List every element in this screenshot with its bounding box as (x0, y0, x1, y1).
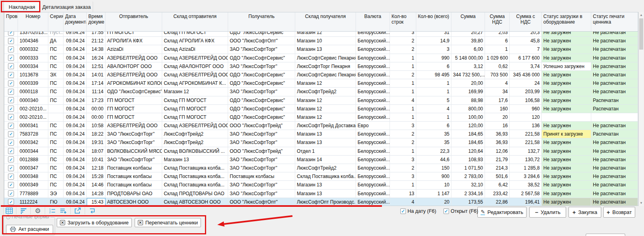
load-to-equipment-button[interactable]: ✕ Загрузить в оборудование (57, 218, 132, 227)
cell-sender[interactable]: ГП МОГОСТ (105, 105, 162, 113)
table-row[interactable]: ✓0000340ПС09.04.2417:23ГП МОГОСТСклад ГП… (4, 96, 638, 105)
settings-icon[interactable]: ⚙ (34, 207, 42, 215)
cell-sender_wh[interactable]: Склад Поставщика колба... (162, 164, 228, 172)
cell-vat[interactable]: 12,06 (485, 147, 510, 156)
cell-load[interactable]: Не загружен (542, 181, 591, 189)
cell-recipient[interactable]: ОДО "ЛюксСофтСервис" (228, 54, 295, 62)
table-row[interactable]: ✓0000333ПС09.04.2416:24АЗЕРБЕЛТРЕЙД ОООС… (4, 54, 638, 62)
cell-recipient_wh[interactable]: Магазин 12 (295, 79, 356, 88)
cell-time[interactable]: 10:58 (87, 122, 105, 130)
cell-sum[interactable]: 2 783,00 (451, 172, 485, 181)
scroll-down-icon[interactable]: ▼ (639, 200, 644, 206)
cell-lines[interactable]: 3 (390, 122, 416, 130)
numbered-list-icon[interactable]: 12 (48, 207, 56, 215)
cell-num[interactable]: 0012888 (18, 156, 48, 164)
cell-print[interactable]: Не распечатан (591, 37, 638, 45)
cell-sender_wh[interactable]: Магазин 12 (162, 88, 228, 96)
cell-sender[interactable]: Поставщик колбасы (105, 172, 162, 181)
cell-check[interactable]: ✓ (4, 88, 18, 96)
cell-date[interactable]: 09.04.24 (64, 198, 87, 206)
cell-total[interactable]: 38,52 (510, 181, 542, 189)
cell-vat[interactable]: 34 (485, 88, 510, 96)
cell-qty[interactable]: 10 (416, 181, 451, 189)
cell-total[interactable]: 3 284,6 (510, 172, 542, 181)
cell-sender[interactable]: АВТОСЕЗОН ООО (105, 198, 162, 206)
row-checkbox[interactable]: ✓ (8, 148, 14, 154)
cell-sum[interactable]: 169,99 (451, 88, 485, 96)
cell-sum[interactable]: 1 071,50 (451, 164, 485, 172)
cell-sender_wh[interactable]: ЛюксСофтТрейд2 (162, 138, 228, 147)
cell-vat[interactable]: 36,93 (485, 138, 510, 147)
cell-sender[interactable]: ЗАО "ЛюксСофтТорг" (105, 130, 162, 138)
cell-vat[interactable]: 501,6 (485, 172, 510, 181)
cell-currency[interactable]: Белорусский... (356, 181, 390, 189)
row-checkbox[interactable]: ✓ (8, 63, 14, 69)
table-row[interactable]: ✓0000348ПС09.04.2415:28Поставщик колбасы… (4, 172, 638, 181)
table-row[interactable]: ✓0000349ПС09.04.2414:46Поставщик колбасы… (4, 181, 638, 189)
cell-recipient_wh[interactable]: ЛюксСофтСервис Пекарня (295, 71, 356, 79)
column-header-load[interactable]: Статус загрузки в оборудование (542, 12, 591, 31)
cell-currency[interactable]: Евро (356, 122, 390, 130)
reprint-labels-button[interactable]: ✕ Перепечатать ценники (135, 218, 201, 227)
cell-time[interactable]: 15:43 (87, 198, 105, 206)
column-header-sender[interactable]: Отправитель (105, 12, 162, 31)
export-icon[interactable] (74, 207, 82, 215)
cell-check[interactable]: ✓ (4, 190, 18, 198)
cell-recipient[interactable]: ЗАО "ЛюксСофтТорг" (228, 181, 295, 189)
cell-sender_wh[interactable]: Склад ПРОДТОВАРЫ ОАО (162, 190, 228, 198)
cell-sender_wh[interactable]: Склад ГП МОГОСТ (162, 113, 228, 122)
cell-currency[interactable]: Белорусский... (356, 79, 390, 88)
cell-lines[interactable]: 1 (390, 105, 416, 113)
cell-series[interactable]: ПС (48, 45, 64, 54)
cell-recipient_wh[interactable]: Магазин 13 (295, 130, 356, 138)
cell-sender[interactable]: АВАЛОНТОРГ ООО (105, 62, 162, 71)
cell-load[interactable]: Принят к загрузке (542, 130, 591, 138)
cell-num[interactable]: 7583728 (18, 130, 48, 138)
partial-button-edge[interactable] (586, 234, 625, 236)
cell-qty[interactable]: 14,9 (416, 37, 451, 45)
cell-recipient[interactable]: ЗАО "ЛюксСофтТорг" (228, 130, 295, 138)
cell-qty[interactable]: 98 495 (416, 71, 451, 79)
cell-total[interactable]: 960 (510, 105, 542, 113)
cell-recipient_wh[interactable]: Склад Поставщика колба... (295, 172, 356, 181)
cell-vat[interactable]: 17,6 (485, 96, 510, 105)
cell-load[interactable]: Не загружен (542, 147, 591, 156)
cell-sender[interactable]: АГРОКОМБИНАТ КОЛОС ... (105, 79, 162, 88)
cell-sum[interactable]: 5 148 000,00 (451, 54, 485, 62)
cell-series[interactable]: ГЮ (48, 198, 64, 206)
cell-recipient[interactable]: ОДО "ЛюксСофтСервис" (228, 71, 295, 79)
cell-series[interactable]: ПС (48, 88, 64, 96)
row-checkbox[interactable]: ✓ (8, 97, 14, 103)
cell-date[interactable]: 09.04.24 (64, 37, 87, 45)
table-row[interactable]: ✓0000332ПС09.04.2414:38AzizaDiСклад Aziz… (4, 45, 638, 54)
cell-num[interactable]: 7778889 (18, 190, 48, 198)
cell-recipient_wh[interactable]: Магазин 14 (295, 156, 356, 164)
cell-time[interactable]: 12:18 (87, 164, 105, 172)
row-checkbox[interactable]: ✓ (8, 38, 14, 44)
cell-date[interactable]: 09.04.24 (64, 62, 87, 71)
table-row[interactable]: ✓1013678ЭХ09.04.2414:01АЗЕРБЕЛТРЕЙД ОООС… (4, 71, 638, 79)
cell-qty[interactable]: 22,3 (416, 147, 451, 156)
cell-currency[interactable]: Белорусский... (356, 105, 390, 113)
cell-qty[interactable]: 990 (416, 54, 451, 62)
cell-num[interactable]: 1004346 (18, 37, 48, 45)
cell-date[interactable]: 09.04.24 (64, 181, 87, 189)
tab-order-detail[interactable]: Детализация заказа (40, 2, 93, 12)
cell-recipient[interactable]: ЗАО "ЛюксСофтТорг" (228, 62, 295, 71)
cell-time[interactable]: 18:07 (87, 147, 105, 156)
cell-sender_wh[interactable]: Склад Поставщика колба... (162, 172, 228, 181)
cell-sender[interactable]: ЗАО "ЛюксСофтТорг" (105, 138, 162, 147)
cell-sum[interactable]: 3,12 (451, 62, 485, 71)
cell-sender[interactable]: AzizaDi (105, 45, 162, 54)
cell-date[interactable]: 09.04.24 (64, 71, 87, 79)
cell-total[interactable]: 345 436 000 (510, 71, 542, 79)
cell-print[interactable]: Не распечатан (591, 147, 638, 156)
cell-check[interactable]: ✓ (4, 156, 18, 164)
cell-num[interactable]: 0000341 (18, 122, 48, 130)
cell-print[interactable]: Не распечатан (591, 156, 638, 164)
cell-sum[interactable]: 2 334,16 (451, 190, 485, 198)
cell-recipient[interactable]: ЗАО "ЛюксСофтТорг" (228, 45, 295, 54)
cell-print[interactable] (591, 113, 638, 122)
open-checkbox[interactable]: ✓ Открыт (F6) (443, 208, 478, 214)
cell-recipient[interactable]: ООО "ЛюксСофтТрейд" (228, 147, 295, 156)
